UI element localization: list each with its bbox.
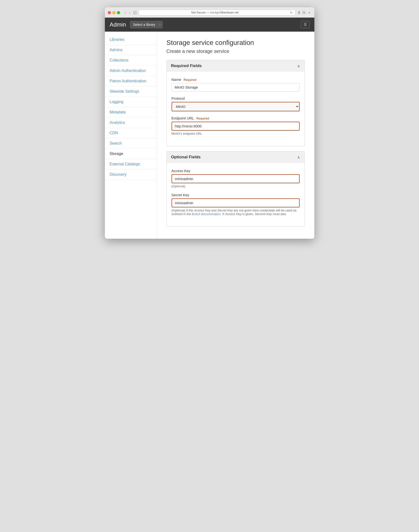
optional-fields-section: Optional Fields ∧ Access Key (Optional) … [167, 151, 305, 227]
name-required-badge: Required [184, 78, 196, 82]
address-text: Not Secure — cm.lcp.hilbertteam.net [141, 11, 288, 14]
forward-button[interactable]: › [128, 10, 131, 15]
page-content: Storage service configuration Create a n… [157, 32, 314, 239]
optional-fields-body: Access Key (Optional) Secret Key (Option… [167, 163, 304, 226]
sidebar-item-collections[interactable]: Collections [105, 55, 157, 66]
library-select-wrapper: Select a library [130, 21, 163, 28]
required-fields-header[interactable]: Required Fields ∧ [167, 60, 304, 72]
sidebar-item-analytics[interactable]: Analytics [105, 118, 157, 128]
share-button[interactable]: ⬆ [298, 10, 301, 15]
minimize-button[interactable] [112, 11, 116, 14]
access-key-optional-text: (Optional) [171, 185, 300, 188]
address-bar: Not Secure — cm.lcp.hilbertteam.net ↻ [139, 10, 295, 15]
tab-button[interactable]: ⧉ [302, 10, 305, 15]
sidebar: Libraries Admins Collections Admin Authe… [105, 32, 157, 239]
secret-key-form-group: Secret Key (Optional) If the Access Key … [171, 193, 300, 216]
admin-title: Admin [110, 21, 126, 28]
sidebar-item-sitewide-settings[interactable]: Sitewide Settings [105, 87, 157, 97]
sidebar-toggle-button[interactable]: ⊡ [133, 10, 137, 15]
required-fields-section: Required Fields ∧ Name Required Prot [167, 60, 305, 146]
protocol-select[interactable]: MinIO Amazon S3 [171, 102, 300, 111]
library-select[interactable]: Select a library [130, 21, 163, 28]
admin-header: Admin Select a library ☰ [105, 18, 314, 32]
sidebar-item-admin-authentication[interactable]: Admin Authentication [105, 66, 157, 76]
sidebar-item-cdn[interactable]: CDN [105, 128, 157, 138]
hamburger-button[interactable]: ☰ [301, 21, 310, 28]
name-label: Name Required [171, 77, 300, 82]
boto3-link[interactable]: Boto3 documenation [192, 212, 221, 216]
sidebar-item-libraries[interactable]: Libraries [105, 35, 157, 45]
back-button[interactable]: ‹ [124, 10, 127, 15]
admin-header-left: Admin Select a library [110, 21, 163, 28]
reload-button[interactable]: ↻ [290, 11, 293, 14]
browser-window: ‹ › ⊡ Not Secure — cm.lcp.hilbertteam.ne… [105, 7, 314, 239]
protocol-form-group: Protocol MinIO Amazon S3 [171, 96, 300, 111]
browser-chrome: ‹ › ⊡ Not Secure — cm.lcp.hilbertteam.ne… [105, 7, 314, 18]
nav-buttons: ‹ › ⊡ [124, 10, 137, 15]
main-container: Libraries Admins Collections Admin Authe… [105, 32, 314, 239]
secret-key-input[interactable] [171, 198, 300, 207]
sidebar-item-logging[interactable]: Logging [105, 97, 157, 107]
page-subtitle: Create a new storage service [167, 49, 305, 54]
required-fields-body: Name Required Protocol MinIO Amazon S3 [167, 72, 304, 146]
name-input[interactable] [171, 83, 300, 91]
secret-key-hint: (Optional) If the Access Key and Secret … [171, 209, 300, 216]
required-fields-title: Required Fields [171, 63, 202, 68]
sidebar-item-storage[interactable]: Storage [105, 149, 157, 159]
secret-key-label: Secret Key [171, 193, 300, 197]
traffic-lights [108, 11, 120, 14]
sidebar-item-discovery[interactable]: Discovery [105, 169, 157, 180]
endpoint-label: Endpoint URL Required [171, 116, 300, 120]
sidebar-item-admins[interactable]: Admins [105, 45, 157, 55]
protocol-label: Protocol [171, 96, 300, 100]
access-key-input[interactable] [171, 174, 300, 183]
access-key-form-group: Access Key (Optional) [171, 169, 300, 188]
close-button[interactable] [108, 11, 111, 14]
sidebar-item-search[interactable]: Search [105, 138, 157, 149]
name-form-group: Name Required [171, 77, 300, 91]
sidebar-item-patron-authentication[interactable]: Patron Authentication [105, 76, 157, 87]
endpoint-hint: MinIO's endpoint URL [171, 132, 300, 136]
optional-fields-title: Optional Fields [171, 155, 201, 160]
page-title: Storage service configuration [167, 39, 305, 47]
required-fields-collapse-icon: ∧ [297, 64, 300, 68]
access-key-label: Access Key [171, 169, 300, 173]
sidebar-item-metadata[interactable]: Metadata [105, 107, 157, 118]
endpoint-required-badge: Required [196, 117, 209, 120]
endpoint-form-group: Endpoint URL Required MinIO's endpoint U… [171, 116, 300, 136]
endpoint-input[interactable] [171, 122, 300, 131]
optional-fields-header[interactable]: Optional Fields ∧ [167, 151, 304, 163]
sidebar-item-external-catalogs[interactable]: External Catalogs [105, 159, 157, 169]
new-tab-button[interactable]: ＋ [307, 10, 312, 15]
maximize-button[interactable] [117, 11, 120, 14]
optional-fields-collapse-icon: ∧ [297, 155, 300, 160]
